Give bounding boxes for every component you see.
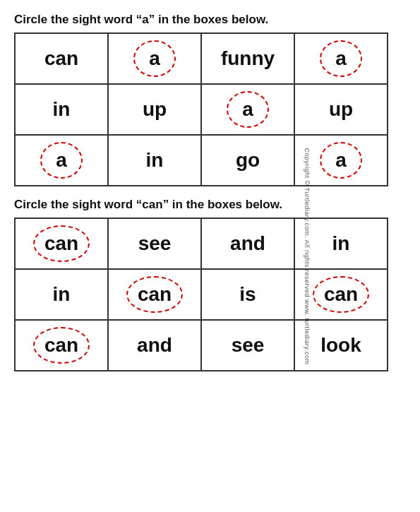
grid-cell: go [201, 135, 294, 186]
grid-cell: in [15, 84, 108, 135]
circled-word: a [320, 142, 362, 179]
circled-word: a [320, 40, 362, 77]
grid-cell: a [108, 33, 201, 84]
circled-word: can [33, 327, 90, 364]
grid-cell: see [108, 218, 201, 269]
grid-cell: in [15, 269, 108, 320]
grid-cell: is [201, 269, 294, 320]
grid-cell: up [108, 84, 201, 135]
instruction-1: Circle the sight word “a” in the boxes b… [14, 13, 406, 27]
grid-cell: in [108, 135, 201, 186]
grid-cell: funny [201, 33, 294, 84]
grid-cell: a [201, 84, 294, 135]
circled-word: a [40, 142, 83, 179]
instruction-2: Circle the sight word “can” in the boxes… [14, 198, 406, 212]
watermark: Copyright © Turtlediary.com. All rights … [304, 148, 311, 364]
grid-2: canseeandinincaniscancanandseelook [14, 218, 388, 371]
grid-cell: a [294, 33, 388, 84]
grid-cell: and [201, 218, 294, 269]
grid-cell: can [15, 218, 108, 269]
circled-word: can [33, 225, 90, 262]
circled-word: a [133, 40, 176, 77]
grid-cell: can [15, 33, 108, 84]
circled-word: can [313, 276, 369, 313]
circled-word: a [227, 91, 269, 128]
grid-cell: a [15, 135, 108, 186]
grid-cell: and [108, 320, 201, 371]
grid-cell: can [108, 269, 201, 320]
grid-cell: can [15, 320, 108, 371]
grid-cell: up [294, 84, 388, 135]
grid-1: canafunnyainupaupaingoa [14, 32, 388, 186]
grid-cell: see [201, 320, 294, 371]
circled-word: can [126, 276, 183, 313]
